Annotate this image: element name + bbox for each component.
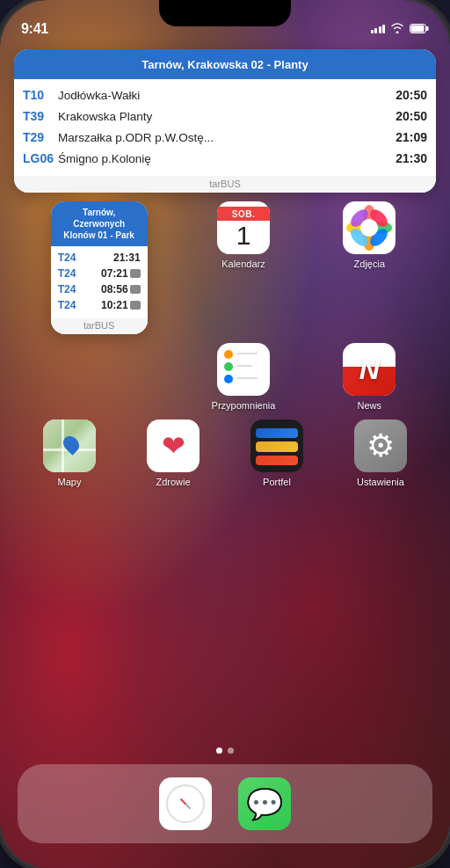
wifi-icon [390,21,404,37]
health-heart-symbol: ❤ [162,429,185,463]
bus-time: 20:50 [396,88,427,102]
dock-app-safari[interactable] [159,777,212,830]
bus-row-small: T24 10:21 [58,297,141,313]
app-item-maps[interactable]: Mapy [40,419,99,487]
gear-symbol: ⚙ [367,427,395,464]
reminder-row [224,350,263,359]
calendar-day-abbr: Sob. [217,207,270,221]
reminders-icon [217,343,270,396]
signal-bar-2 [374,28,377,33]
signal-bar-4 [382,25,385,33]
calendar-day-number: 1 [236,222,251,249]
realtime-icon [130,285,141,294]
photos-label: Zdjęcia [354,259,385,269]
app-item-settings[interactable]: ⚙ Ustawienia [351,419,410,487]
bus-row-small: T24 08:56 [58,281,141,297]
news-icon: N [343,343,396,396]
signal-icon [371,25,386,33]
photos-icon [343,201,396,254]
reminders-label: Przypomnienia [212,400,276,411]
bus-number: T29 [23,130,58,144]
bus-number: T10 [23,88,58,102]
reminder-row [224,362,263,371]
signal-bar-3 [379,26,381,33]
app-item-calendar[interactable]: Sob. 1 Kalendarz [214,201,273,269]
wallet-card-yellow [256,441,298,451]
svg-point-11 [360,219,378,237]
reminders-content [224,350,263,387]
reminder-dot-orange [224,350,233,359]
news-label: News [358,400,382,411]
app-item-wallet[interactable]: Portfel [247,419,307,487]
bus-time: 20:50 [396,109,427,123]
wallet-label: Portfel [263,477,291,487]
app-row-3: Mapy ❤ Zdrowie Portfel [14,419,436,487]
health-label: Zdrowie [156,477,190,487]
phone-screen: 9:41 [0,0,450,868]
widget1-bus-list: T10 Jodłówka-Wałki 20:50 T39 Krakowska P… [14,79,436,176]
page-dot-inactive [228,748,234,754]
reminder-row [224,375,263,383]
calendar-icon: Sob. 1 [217,201,270,254]
app-item-photos[interactable]: Zdjęcia [339,201,399,269]
bus-time: 21:30 [396,151,427,165]
bus-row: T29 Marszałka p.ODR p.W.Ostę... 21:09 [23,127,427,148]
bus-number: T39 [23,109,58,123]
wallet-card-blue [256,428,298,438]
bus-row: T10 Jodłówka-Wałki 20:50 [23,84,427,106]
app-item-reminders[interactable]: Przypomnienia [214,343,273,411]
home-screen-content: Tarnów, Krakowska 02 - Planty T10 Jodłów… [0,42,450,868]
safari-compass [166,784,205,823]
photos-flower-icon [345,203,394,252]
svg-rect-1 [426,26,429,31]
messages-bubble-symbol: 💬 [246,786,283,821]
status-icons [371,21,430,37]
realtime-icon [130,269,141,278]
bus-number: LG06 [23,151,58,165]
calendar-label: Kalendarz [221,259,265,269]
wallet-card-red [256,456,298,465]
reminder-dot-blue [224,375,233,383]
maps-label: Mapy [58,477,82,487]
tarbus-widget-large[interactable]: Tarnów, Krakowska 02 - Planty T10 Jodłów… [14,49,436,193]
bus-time: 21:09 [396,130,427,144]
app-row-1: Tarnów, CzerwonychKlonów 01 - Park T24 2… [14,201,436,334]
svg-rect-2 [411,26,425,33]
tarbus-widget-small[interactable]: Tarnów, CzerwonychKlonów 01 - Park T24 2… [51,201,148,334]
news-letter: N [359,354,380,386]
page-indicator [0,748,450,754]
widget2-bus-list: T24 21:31 T24 07:21 T24 08:56 T24 [51,246,148,318]
battery-icon [410,21,429,37]
bus-route: Marszałka p.ODR p.W.Ostę... [58,131,396,144]
bus-row-small: T24 07:21 [58,266,141,281]
safari-icon [159,777,212,830]
bus-route: Krakowska Planty [58,110,396,123]
page-dot-active [216,748,222,754]
widget1-header: Tarnów, Krakowska 02 - Planty [14,49,436,79]
bus-row-small: T24 21:31 [58,250,141,266]
widget2-label: tarBUS [51,318,148,334]
widget2-header: Tarnów, CzerwonychKlonów 01 - Park [51,201,148,246]
phone-frame: 9:41 [0,0,450,868]
settings-label: Ustawienia [357,477,404,487]
settings-icon: ⚙ [354,419,407,472]
widget1-label: tarBUS [14,176,436,193]
maps-icon [43,419,96,472]
realtime-icon [130,301,141,310]
widget2-header-text: Tarnów, CzerwonychKlonów 01 - Park [58,207,141,241]
bus-row: T39 Krakowska Planty 20:50 [23,106,427,127]
signal-bar-1 [371,30,374,33]
status-time: 9:41 [21,21,48,37]
wallet-icon [250,419,303,472]
notch [159,0,291,26]
app-row-2: Przypomnienia N News [14,343,436,411]
widget1-header-text: Tarnów, Krakowska 02 - Planty [142,58,308,71]
dock: 💬 [18,764,432,843]
messages-icon: 💬 [238,777,291,830]
app-item-news[interactable]: N News [339,343,399,411]
safari-needle [180,799,192,810]
dock-app-messages[interactable]: 💬 [238,777,291,830]
app-item-health[interactable]: ❤ Zdrowie [143,419,203,487]
bus-route: Śmigno p.Kolonię [58,152,396,165]
bus-route: Jodłówka-Wałki [58,89,396,102]
